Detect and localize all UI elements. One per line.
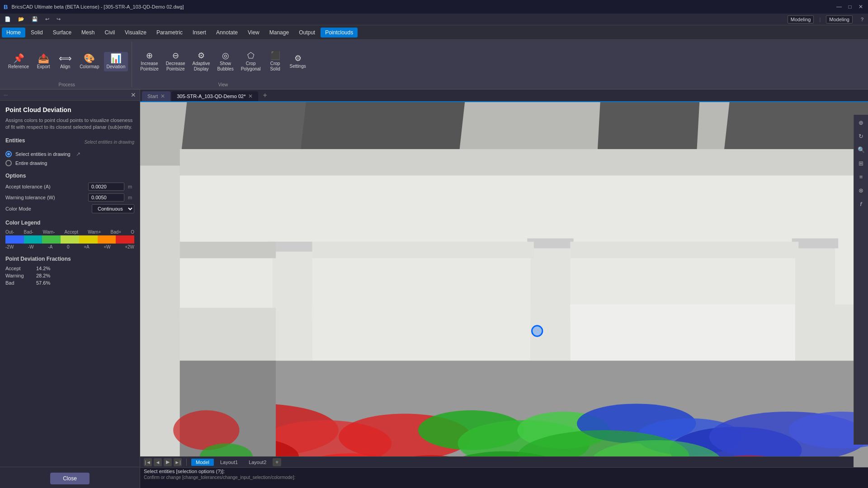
- fraction-bad-name: Bad: [5, 280, 33, 286]
- radio-entire-drawing-indicator: [5, 160, 12, 166]
- fraction-accept-row: Accept 14.2%: [5, 266, 134, 271]
- nav-first-button[interactable]: |◄: [144, 458, 152, 466]
- tab-drawing-close[interactable]: ✕: [248, 93, 253, 99]
- color-mode-select[interactable]: Continuous: [92, 204, 134, 213]
- command-hint-text: Confirm or change [change_tolerances/cha…: [144, 475, 864, 480]
- tab-start[interactable]: Start ✕: [142, 91, 170, 101]
- tab-insert[interactable]: Insert: [188, 28, 211, 38]
- fraction-warning-name: Warning: [5, 273, 33, 278]
- options-label: Options: [5, 173, 134, 179]
- redo-button[interactable]: ↪: [54, 15, 63, 23]
- warning-tolerance-row: Warning tolerance (W) m: [5, 193, 134, 202]
- colormap-icon: 🎨: [84, 54, 95, 63]
- top-toolbar: 📄 📂 💾 ↩ ↪ Modeling | Modeling ?: [0, 14, 868, 25]
- close-btn-area: Close: [0, 467, 140, 488]
- warning-tolerance-input[interactable]: [88, 193, 124, 202]
- radio-select-entities-indicator: [5, 151, 12, 157]
- tab-parametric[interactable]: Parametric: [152, 28, 187, 38]
- tab-surface[interactable]: Surface: [48, 28, 76, 38]
- legend-seg-orange: [98, 235, 116, 244]
- adaptive-display-button[interactable]: ⚙ AdaptiveDisplay: [190, 50, 213, 74]
- snap-icon[interactable]: ⊗: [855, 184, 867, 196]
- panel-title: Point Cloud Deviation: [5, 106, 134, 113]
- ribbon: 📌 Reference 📤 Export ⟺ Align 🎨 Colormap …: [0, 40, 868, 89]
- command-line-text: Select entities [selection options (?)]:: [144, 469, 864, 474]
- legend-label-0: Out-: [5, 230, 14, 235]
- zoom-icon[interactable]: 🔍: [855, 144, 867, 155]
- properties-icon[interactable]: ≡: [855, 171, 867, 183]
- rotate-icon[interactable]: ↻: [855, 130, 867, 142]
- tab-pointclouds[interactable]: Pointclouds: [321, 28, 358, 38]
- svg-rect-19: [312, 305, 531, 361]
- tab-annotate[interactable]: Annotate: [212, 28, 242, 38]
- maximize-button[interactable]: □: [846, 3, 854, 10]
- reference-button[interactable]: 📌 Reference: [5, 52, 32, 71]
- entities-section: Entities Select entities in drawing Sele…: [5, 137, 134, 166]
- undo-button[interactable]: ↩: [42, 15, 52, 23]
- export-button[interactable]: 📤 Export: [33, 52, 53, 71]
- deviation-icon: 📊: [110, 54, 122, 63]
- align-button[interactable]: ⟺ Align: [55, 52, 75, 71]
- close-window-button[interactable]: ✕: [857, 3, 864, 10]
- panel-header: ··· ✕: [0, 89, 140, 101]
- nav-model-tab[interactable]: Model: [191, 459, 214, 466]
- pan-icon[interactable]: ⊕: [855, 117, 867, 128]
- tab-output[interactable]: Output: [294, 28, 320, 38]
- settings-button[interactable]: ⚙ Settings: [287, 52, 309, 71]
- nav-layout1-tab[interactable]: Layout1: [216, 459, 242, 466]
- tab-mesh[interactable]: Mesh: [77, 28, 99, 38]
- 3d-scene[interactable]: ⊕ ↻ 🔍 ⊞ ≡ ⊗ f: [140, 102, 868, 467]
- tab-visualize[interactable]: Visualize: [120, 28, 151, 38]
- tab-drawing-label: 305-STR-A_103-QD-Demo 02*: [177, 94, 245, 99]
- accept-tolerance-input[interactable]: [88, 183, 124, 191]
- nav-prev-button[interactable]: ◄: [154, 458, 162, 466]
- workspace-dropdown[interactable]: Modeling: [788, 15, 814, 23]
- tab-home[interactable]: Home: [2, 28, 25, 38]
- nav-play-button[interactable]: ▶: [164, 458, 172, 466]
- nav-next-button[interactable]: ►|: [174, 458, 182, 466]
- radio-select-entities[interactable]: Select entities in drawing ↗: [5, 151, 134, 157]
- layers-icon[interactable]: ⊞: [855, 157, 867, 169]
- radio-entire-drawing-label: Entire drawing: [15, 160, 47, 166]
- panel-dots[interactable]: ···: [4, 92, 8, 98]
- tab-start-close[interactable]: ✕: [160, 93, 165, 99]
- close-panel-button[interactable]: Close: [50, 473, 90, 484]
- warning-tolerance-label: Warning tolerance (W): [5, 195, 85, 200]
- viewport[interactable]: Start ✕ 305-STR-A_103-QD-Demo 02* ✕ +: [140, 89, 868, 488]
- minimize-button[interactable]: —: [835, 3, 843, 10]
- cursor-icon: ↗: [76, 151, 80, 157]
- main-area: ··· ✕ Point Cloud Deviation Assigns colo…: [0, 89, 868, 488]
- options-section: Options Accept tolerance (A) m Warning t…: [5, 173, 134, 213]
- open-file-button[interactable]: 📂: [15, 15, 27, 23]
- legend-seg-teal: [24, 235, 42, 244]
- color-legend-section: Color Legend Out- Bad- Warn- Accept Warn…: [5, 220, 134, 249]
- tab-solid[interactable]: Solid: [26, 28, 47, 38]
- fx-icon[interactable]: f: [855, 198, 867, 210]
- fraction-accept-name: Accept: [5, 266, 33, 271]
- save-button[interactable]: 💾: [29, 15, 41, 23]
- show-bubbles-button[interactable]: ◎ ShowBubbles: [215, 50, 236, 74]
- increase-pointsize-button[interactable]: ⊕ IncreasePointsize: [137, 50, 161, 74]
- tab-drawing[interactable]: 305-STR-A_103-QD-Demo 02* ✕: [171, 91, 258, 101]
- help-button[interactable]: ?: [858, 16, 866, 23]
- fraction-warning-row: Warning 28.2%: [5, 273, 134, 278]
- deviation-button[interactable]: 📊 Deviation: [104, 52, 128, 71]
- decrease-pointsize-button[interactable]: ⊖ DecreasePointsize: [163, 50, 188, 74]
- svg-rect-18: [180, 308, 276, 361]
- app-icon: B: [4, 4, 8, 10]
- add-tab-button[interactable]: +: [259, 89, 270, 101]
- nav-layout2-tab[interactable]: Layout2: [244, 459, 271, 466]
- add-layout-button[interactable]: +: [273, 458, 281, 466]
- crop-solid-button[interactable]: ⬛ CropSolid: [265, 50, 285, 74]
- crop-polygonal-button[interactable]: ⬠ CropPolygonal: [238, 50, 264, 74]
- tab-civil[interactable]: Civil: [100, 28, 119, 38]
- radio-entire-drawing[interactable]: Entire drawing: [5, 160, 134, 166]
- increase-pointsize-icon: ⊕: [146, 52, 153, 60]
- new-file-button[interactable]: 📄: [2, 15, 14, 23]
- panel-close-button[interactable]: ✕: [131, 91, 136, 99]
- tab-manage[interactable]: Manage: [265, 28, 293, 38]
- workspace2-dropdown[interactable]: Modeling: [826, 15, 853, 23]
- legend-val-1: -W: [28, 244, 34, 249]
- colormap-button[interactable]: 🎨 Colormap: [77, 52, 102, 71]
- tab-view[interactable]: View: [243, 28, 264, 38]
